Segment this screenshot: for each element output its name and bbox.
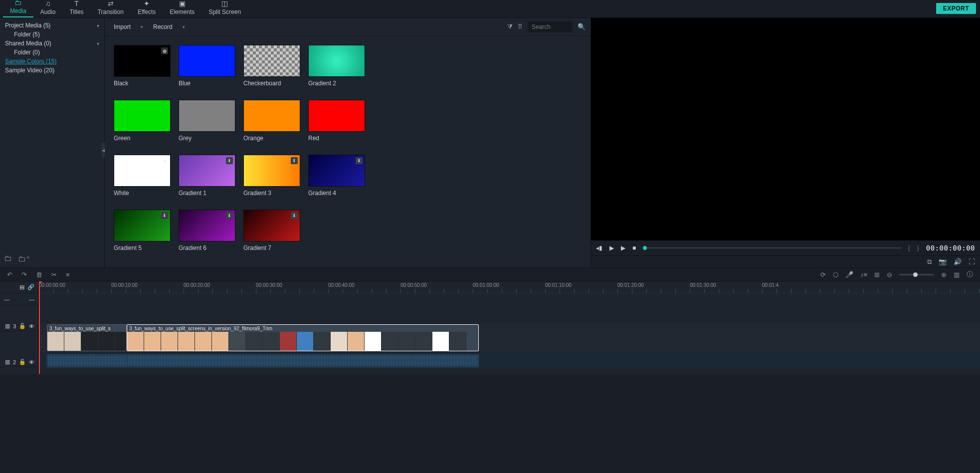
delete-button[interactable]: 🗑 (36, 271, 42, 278)
tab-audio[interactable]: ♫ Audio (33, 0, 63, 17)
timeline-minus-icon[interactable]: — (4, 296, 9, 302)
filter-icon[interactable]: ⧩ (507, 23, 513, 31)
export-button[interactable]: EXPORT (936, 3, 976, 14)
timeline-body[interactable]: 00:00:00:0000:00:10:0000:00:20:0000:00:3… (39, 281, 980, 374)
search-input[interactable] (528, 21, 573, 32)
video-clip-1[interactable]: 3_fun_ways_to_use_split_s (47, 324, 127, 351)
marker-button[interactable]: ⬡ (833, 271, 838, 278)
tab-split-screen[interactable]: ◫ Split Screen (201, 0, 248, 17)
sidebar-item-project-media[interactable]: Project Media (5) ▾ (0, 21, 104, 30)
timeline-options[interactable]: ▤ 🔗 (0, 281, 38, 293)
lock-icon[interactable]: 🔓 (19, 359, 26, 365)
next-frame-button[interactable]: ▶ (621, 244, 625, 251)
media-item-grey[interactable]: Grey (179, 100, 235, 142)
color-thumbnail[interactable]: ⬇ (308, 155, 365, 187)
color-thumbnail[interactable]: ⬇ (243, 155, 300, 187)
quality-icon[interactable]: ⧉ (927, 258, 932, 266)
split-button[interactable]: ✂ (51, 271, 57, 278)
zoom-in-button[interactable]: ⊕ (941, 271, 947, 278)
media-item-gradient-4[interactable]: ⬇Gradient 4 (308, 155, 365, 197)
color-thumbnail[interactable]: ⬇ (179, 155, 235, 187)
media-item-gradient-1[interactable]: ⬇Gradient 1 (179, 155, 235, 197)
sidebar-item-folder-0[interactable]: Folder (0) (0, 48, 104, 57)
zoom-slider-handle[interactable] (913, 272, 918, 277)
color-thumbnail[interactable]: ⬇ (114, 210, 171, 241)
sidebar-item-folder-5[interactable]: Folder (5) (0, 30, 104, 39)
download-icon[interactable]: ⬇ (226, 212, 233, 219)
color-thumbnail[interactable] (308, 45, 365, 77)
media-item-blue[interactable]: Blue (179, 45, 235, 87)
audio-clip-2[interactable] (127, 354, 479, 367)
color-thumbnail[interactable]: ⊕ (114, 155, 171, 187)
media-item-green[interactable]: Green (114, 100, 171, 142)
help-button[interactable]: ⓘ (967, 270, 973, 279)
new-folder-icon[interactable]: 🗀 (4, 254, 12, 263)
zoom-slider[interactable] (899, 274, 934, 275)
collapse-sidebar-button[interactable]: ◀ (102, 143, 105, 158)
video-track-lane[interactable]: 3_fun_ways_to_use_split_s 3_fun_ways_to_… (39, 323, 980, 352)
download-icon[interactable]: ⬇ (161, 212, 168, 219)
color-thumbnail[interactable] (308, 100, 365, 132)
lock-icon[interactable]: 🔓 (19, 323, 26, 329)
eye-icon[interactable]: 👁 (29, 359, 34, 365)
download-icon[interactable]: ⬇ (291, 157, 298, 164)
tab-transition[interactable]: ⇄ Transition (91, 0, 131, 17)
color-thumbnail[interactable] (243, 45, 300, 77)
sidebar-item-sample-video[interactable]: Sample Video (20) (0, 66, 104, 75)
tab-titles[interactable]: T Titles (62, 0, 90, 17)
voiceover-button[interactable]: 🎤 (845, 271, 853, 278)
color-thumbnail[interactable]: ⬇ (243, 210, 300, 241)
mark-in-button[interactable]: { (908, 244, 910, 251)
track-header-2[interactable]: ▥ 2 🔓 👁 (0, 357, 38, 367)
audio-clip-1[interactable] (47, 354, 127, 367)
add-media-button[interactable]: ⊞ (874, 271, 880, 278)
preview-scrubber[interactable] (643, 247, 901, 248)
media-item-gradient-6[interactable]: ⬇Gradient 6 (179, 210, 235, 251)
tab-effects[interactable]: ✦ Effects (131, 0, 163, 17)
media-item-checkerboard[interactable]: Checkerboard (243, 45, 300, 87)
scrubber-handle[interactable] (643, 246, 647, 250)
media-item-red[interactable]: Red (308, 100, 365, 142)
zoom-out-button[interactable]: ⊖ (887, 271, 892, 278)
tab-elements[interactable]: ▣ Elements (163, 0, 201, 17)
snapshot-icon[interactable]: 📷 (939, 258, 947, 265)
color-thumbnail[interactable]: ⊕ (114, 45, 171, 77)
download-icon[interactable]: ⬇ (356, 157, 363, 164)
stop-button[interactable]: ■ (632, 244, 636, 251)
color-thumbnail[interactable] (243, 100, 300, 132)
timeline-ruler[interactable]: 00:00:00:0000:00:10:0000:00:20:0000:00:3… (39, 281, 980, 293)
volume-icon[interactable]: 🔊 (954, 258, 962, 265)
playhead[interactable] (39, 281, 40, 374)
record-dropdown[interactable]: Record ▾ (153, 23, 185, 30)
render-button[interactable]: ⟳ (820, 271, 826, 278)
redo-button[interactable]: ↷ (21, 271, 27, 278)
media-item-gradient-2[interactable]: Gradient 2 (308, 45, 365, 87)
color-thumbnail[interactable]: ⬇ (179, 210, 235, 241)
media-item-white[interactable]: ⊕White (114, 155, 171, 197)
track-header-3[interactable]: ▥ 3 🔓 👁 (0, 321, 38, 331)
media-item-gradient-3[interactable]: ⬇Gradient 3 (243, 155, 300, 197)
media-item-gradient-7[interactable]: ⬇Gradient 7 (243, 210, 300, 251)
prev-frame-button[interactable]: ◂▮ (596, 244, 602, 251)
grid-view-icon[interactable]: ⠿ (518, 23, 523, 30)
color-thumbnail[interactable] (179, 100, 235, 132)
tab-media[interactable]: 🗀 Media (3, 0, 33, 17)
media-item-black[interactable]: ⊕Black (114, 45, 171, 87)
timeline-menu-icon[interactable]: ▤ (19, 284, 24, 290)
add-to-timeline-icon[interactable]: ⊕ (161, 157, 168, 164)
new-folder-plus-icon[interactable]: 🗀⁺ (18, 254, 30, 263)
play-button[interactable]: ▶ (609, 244, 614, 251)
undo-button[interactable]: ↶ (7, 271, 12, 278)
import-dropdown[interactable]: Import ▾ (114, 23, 143, 30)
download-icon[interactable]: ⬇ (291, 212, 298, 219)
fullscreen-icon[interactable]: ⛶ (969, 258, 975, 265)
audio-track-lane[interactable] (39, 353, 980, 368)
audio-mix-button[interactable]: ♪≡ (860, 271, 867, 278)
add-to-timeline-icon[interactable]: ⊕ (161, 47, 168, 54)
mark-out-button[interactable]: } (917, 244, 919, 251)
color-thumbnail[interactable] (179, 45, 235, 77)
download-icon[interactable]: ⬇ (226, 157, 233, 164)
search-icon[interactable]: 🔍 (578, 23, 586, 30)
color-thumbnail[interactable] (114, 100, 171, 132)
zoom-fit-button[interactable]: ▥ (954, 271, 960, 278)
